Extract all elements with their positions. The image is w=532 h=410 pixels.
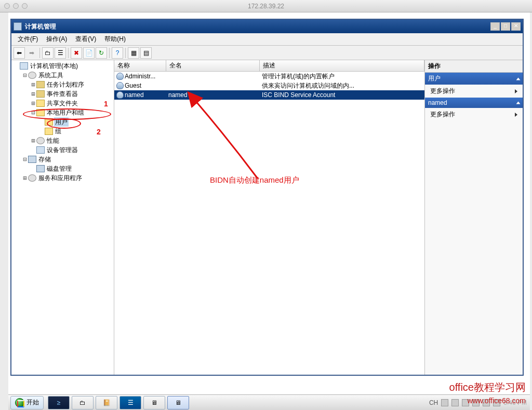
perf-icon (36, 137, 45, 144)
menu-file[interactable]: 文件(F) (14, 33, 42, 45)
col-desc[interactable]: 描述 (260, 60, 424, 71)
share-icon (36, 100, 45, 107)
tree-groups[interactable]: 组 (12, 127, 113, 136)
toolbar: ⬅ ➡ 🗀 ☰ ✖ 📄 ↻ ? ▦ ▤ (11, 46, 523, 60)
separator (68, 48, 69, 58)
chevron-up-icon (516, 102, 521, 104)
taskbar-app-2[interactable]: ☰ (119, 396, 141, 409)
separator (125, 48, 126, 58)
taskbar-app-3[interactable]: 🖥 (143, 396, 165, 409)
system-tray[interactable]: CH 5:46 PM (426, 399, 530, 406)
tree-device-manager[interactable]: 设备管理器 (12, 145, 113, 155)
actions-more-named[interactable]: 更多操作 (425, 108, 523, 121)
user-icon (116, 91, 124, 99)
users-groups-icon (36, 109, 45, 116)
taskbar[interactable]: 开始 ≥ 🗀 📔 ☰ 🖥 🖥 CH 5:46 PM (8, 394, 530, 410)
user-icon (116, 73, 124, 80)
menu-action[interactable]: 操作(A) (42, 33, 71, 45)
tray-icon[interactable] (462, 399, 469, 406)
nav-forward-button: ➡ (26, 47, 37, 59)
tree-storage[interactable]: ⊟存储 (12, 155, 113, 164)
event-icon (36, 90, 45, 98)
refresh-button[interactable]: ↻ (96, 47, 107, 59)
options-button[interactable]: ☰ (55, 47, 66, 59)
tree-users[interactable]: 用户 (12, 117, 113, 127)
user-icon (116, 82, 124, 89)
taskbar-explorer[interactable]: 🗀 (72, 396, 94, 409)
folder-icon (45, 128, 53, 135)
chevron-up-icon (516, 77, 521, 80)
tools-icon (28, 72, 36, 79)
mmc-titlebar[interactable]: 计算机管理 _ □ ✕ (11, 20, 523, 33)
list-rows: Administr... 管理计算机(域)的内置帐户 Guest 供来宾访问计算… (114, 72, 424, 375)
tree-system-tools[interactable]: ⊟系统工具 (12, 71, 113, 80)
separator (39, 48, 40, 58)
tree-root[interactable]: 计算机管理(本地) (12, 61, 113, 71)
list-row[interactable]: Administr... 管理计算机(域)的内置帐户 (114, 72, 424, 81)
mmc-icon (14, 22, 22, 31)
col-name[interactable]: 名称 (114, 60, 166, 71)
taskbar-compmgmt[interactable]: 🖥 (167, 396, 189, 409)
start-button[interactable]: 开始 (10, 396, 44, 409)
computer-icon (20, 62, 28, 70)
storage-icon (28, 156, 36, 163)
mmc-window: 计算机管理 _ □ ✕ 文件(F) 操作(A) 查看(V) 帮助(H) ⬅ ➡ … (10, 19, 524, 376)
menu-view[interactable]: 查看(V) (71, 33, 100, 45)
lang-indicator[interactable]: CH (429, 399, 438, 406)
clock[interactable]: 5:46 PM (503, 399, 527, 406)
menubar: 文件(F) 操作(A) 查看(V) 帮助(H) (11, 33, 523, 46)
actions-section-users[interactable]: 用户 (425, 73, 523, 85)
folder-icon (45, 118, 53, 126)
tray-icon[interactable] (441, 399, 448, 406)
list-row[interactable]: Guest 供来宾访问计算机或访问域的内... (114, 81, 424, 90)
separator (109, 48, 110, 58)
tray-icon[interactable] (483, 399, 490, 406)
device-icon (36, 146, 45, 154)
tree-services-apps[interactable]: ⊞服务和应用程序 (12, 173, 113, 183)
menu-help[interactable]: 帮助(H) (100, 33, 130, 45)
help-button[interactable]: ? (112, 47, 123, 59)
list-row-selected[interactable]: named named ISC BIND Service Account (114, 90, 424, 100)
windows-orb-icon (15, 398, 24, 407)
actions-section-named[interactable]: named (425, 98, 523, 108)
start-label: 开始 (26, 398, 39, 407)
tree-event-viewer[interactable]: ⊞事件查看器 (12, 89, 113, 99)
mac-titlebar: 172.28.39.22 (0, 0, 532, 12)
view-button-2[interactable]: ▤ (140, 47, 152, 59)
tray-icon[interactable] (472, 399, 480, 406)
delete-button[interactable]: ✖ (71, 47, 82, 59)
tree-task-scheduler[interactable]: ⊞任务计划程序 (12, 80, 113, 89)
scheduler-icon (36, 81, 45, 88)
tree-pane[interactable]: 计算机管理(本地) ⊟系统工具 ⊞任务计划程序 ⊞事件查看器 ⊞共享文件夹 ⊟本… (11, 60, 114, 375)
tree-performance[interactable]: ⊞性能 (12, 136, 113, 145)
up-button[interactable]: 🗀 (42, 47, 54, 59)
chevron-right-icon (515, 113, 517, 117)
actions-more-users[interactable]: 更多操作 (425, 85, 523, 98)
taskbar-powershell[interactable]: ≥ (48, 396, 70, 409)
mmc-title: 计算机管理 (25, 22, 489, 31)
tree-disk-mgmt[interactable]: 磁盘管理 (12, 164, 113, 173)
chevron-right-icon (515, 89, 517, 93)
disk-icon (36, 165, 45, 172)
col-fullname[interactable]: 全名 (166, 60, 260, 71)
tree-shared-folders[interactable]: ⊞共享文件夹 (12, 99, 113, 108)
view-button-1[interactable]: ▦ (128, 47, 139, 59)
services-icon (28, 174, 36, 182)
tree-local-users-groups[interactable]: ⊟本地用户和组 (12, 108, 113, 117)
properties-button[interactable]: 📄 (83, 47, 95, 59)
mac-window-title: 172.28.39.22 (0, 3, 532, 10)
actions-title: 操作 (425, 60, 523, 73)
maximize-button[interactable]: □ (501, 22, 510, 31)
list-header: 名称 全名 描述 (114, 60, 424, 72)
actions-pane: 操作 用户 更多操作 named 更多操作 (425, 60, 523, 375)
tray-icon[interactable] (451, 399, 459, 406)
list-pane[interactable]: 名称 全名 描述 Administr... 管理计算机(域)的内置帐户 Gues… (114, 60, 425, 375)
taskbar-app-1[interactable]: 📔 (96, 396, 117, 409)
close-button[interactable]: ✕ (511, 22, 521, 31)
tray-icon[interactable] (493, 399, 500, 406)
minimize-button[interactable]: _ (490, 22, 500, 31)
nav-back-button[interactable]: ⬅ (14, 47, 25, 59)
